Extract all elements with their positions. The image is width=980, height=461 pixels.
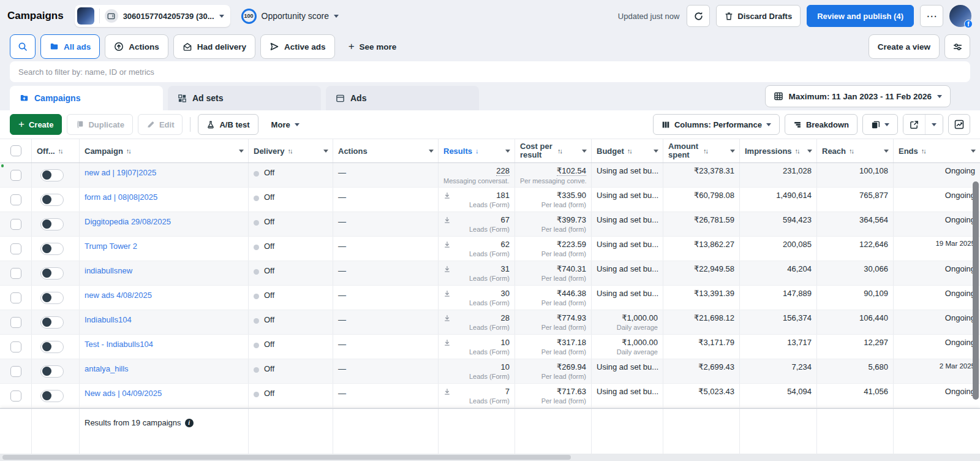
row-checkbox[interactable] — [10, 243, 21, 254]
search-filter-button[interactable] — [10, 34, 36, 59]
campaign-off-toggle[interactable] — [40, 218, 64, 230]
campaigns-folder-icon — [20, 94, 29, 102]
reach-value: 12,297 — [864, 338, 888, 347]
column-header-actions[interactable]: Actions — [333, 139, 439, 162]
profile-avatar[interactable]: f — [949, 5, 971, 27]
column-header-ends[interactable]: Ends↑↓ — [894, 139, 980, 162]
more-menu-button[interactable]: More — [263, 114, 307, 135]
chevron-down-icon — [766, 123, 771, 126]
tab-ad-sets[interactable]: Ad sets — [168, 86, 321, 110]
column-header-delivery[interactable]: Delivery↑↓ — [249, 139, 333, 162]
download-leads-icon[interactable] — [443, 314, 451, 322]
column-header-budget[interactable]: Budget↑↓ — [592, 139, 663, 162]
cost-per-result-label: Per lead (form) — [520, 397, 586, 405]
charts-button[interactable] — [948, 114, 970, 135]
filter-had-delivery[interactable]: Had delivery — [173, 34, 255, 59]
filter-all-ads[interactable]: All ads — [40, 34, 100, 59]
campaign-off-toggle[interactable] — [40, 341, 64, 353]
date-range-selector[interactable]: Maximum: 11 Jan 2023 - 11 Feb 2026 — [765, 85, 951, 107]
campaign-off-toggle[interactable] — [40, 292, 64, 304]
campaign-off-toggle[interactable] — [40, 316, 64, 329]
row-checkbox[interactable] — [10, 366, 21, 377]
opportunity-score[interactable]: 100 Opportunity score — [241, 9, 339, 24]
export-options-button[interactable] — [925, 115, 943, 134]
results-type-label: Messaging conversat... — [443, 177, 510, 185]
campaign-name-link[interactable]: new ad | 19|07|2025 — [85, 166, 156, 177]
column-header-campaign[interactable]: Campaign↑↓ — [80, 139, 249, 162]
ad-account-selector[interactable]: 3060157704205739 (30... — [75, 5, 230, 27]
row-checkbox[interactable] — [10, 292, 21, 303]
campaign-off-toggle[interactable] — [40, 267, 64, 280]
toggle-knob — [42, 342, 51, 351]
sort-icon: ↑↓ — [288, 147, 292, 154]
duplicate-icon — [75, 120, 84, 129]
breakdown-button[interactable]: Breakdown — [785, 114, 858, 135]
row-checkbox[interactable] — [10, 341, 21, 352]
horizontal-scrollbar[interactable] — [0, 454, 980, 461]
view-settings-button[interactable] — [944, 34, 970, 59]
tab-ads[interactable]: Ads — [326, 86, 479, 110]
create-button[interactable]: + Create — [10, 114, 62, 135]
discard-drafts-button[interactable]: Discard Drafts — [716, 5, 801, 27]
campaign-name-link[interactable]: Trump Tower 2 — [85, 239, 137, 251]
campaign-name-link[interactable]: New ads | 04/09/2025 — [85, 386, 162, 398]
column-header-cost-per-result[interactable]: Cost per result↑↓ — [515, 139, 592, 162]
column-header-reach[interactable]: Reach↑↓ — [817, 139, 894, 162]
campaign-name-link[interactable]: form ad | 08|08|2025 — [85, 190, 157, 202]
search-input[interactable] — [10, 61, 970, 82]
filter-active-ads[interactable]: Active ads — [260, 34, 335, 59]
campaign-off-toggle[interactable] — [40, 194, 64, 206]
row-checkbox[interactable] — [10, 170, 21, 181]
edit-button[interactable]: Edit — [138, 114, 183, 135]
campaign-name-link[interactable]: antalya_hills — [85, 362, 129, 373]
vertical-scrollbar-thumb[interactable] — [973, 181, 979, 400]
info-icon[interactable]: i — [185, 419, 194, 427]
download-leads-icon[interactable] — [443, 192, 451, 199]
row-checkbox[interactable] — [10, 219, 21, 230]
column-header-off[interactable]: Off...↑↓ — [32, 139, 80, 162]
download-leads-icon[interactable] — [443, 216, 451, 224]
campaign-off-toggle[interactable] — [40, 243, 64, 255]
column-header-results[interactable]: Results↓ — [439, 139, 515, 162]
filter-actions[interactable]: Actions — [105, 34, 168, 59]
duplicate-button[interactable]: Duplicate — [67, 114, 133, 135]
sort-icon: ↑↓ — [849, 147, 853, 154]
campaign-name-link[interactable]: Test - Indiabulls104 — [85, 337, 153, 349]
amount-spent-value: ₹13,862.27 — [694, 240, 734, 249]
refresh-button[interactable] — [687, 5, 710, 27]
campaign-off-toggle[interactable] — [40, 169, 64, 181]
campaign-off-toggle[interactable] — [40, 390, 64, 402]
select-all-checkbox[interactable] — [10, 145, 21, 156]
see-more-filters-button[interactable]: + See more — [340, 34, 405, 59]
more-options-button[interactable]: ⋯ — [920, 5, 943, 27]
budget-value: Using ad set bu... — [597, 387, 658, 396]
review-publish-button[interactable]: Review and publish (4) — [807, 5, 914, 27]
columns-button[interactable]: Columns: Performance — [653, 114, 780, 135]
reports-button[interactable] — [862, 114, 898, 135]
download-leads-icon[interactable] — [443, 388, 451, 395]
row-checkbox[interactable] — [10, 268, 21, 279]
row-checkbox[interactable] — [10, 317, 21, 328]
delivery-status-dot — [254, 196, 259, 201]
download-leads-icon[interactable] — [443, 241, 451, 248]
budget-type-label: Daily average — [597, 348, 658, 356]
column-header-amount-spent[interactable]: Amount spent↑↓ — [663, 139, 740, 162]
campaign-name-link[interactable]: Indiabulls104 — [85, 313, 132, 324]
download-leads-icon[interactable] — [443, 339, 451, 346]
create-view-button[interactable]: Create a view — [869, 34, 940, 59]
row-checkbox[interactable] — [10, 194, 21, 205]
horizontal-scrollbar-thumb[interactable] — [2, 455, 571, 460]
campaign-name-link[interactable]: new ads 4/08/2025 — [85, 288, 152, 300]
column-header-impressions[interactable]: Impressions↑↓ — [740, 139, 817, 162]
row-checkbox[interactable] — [10, 391, 21, 402]
ab-test-button[interactable]: A/B test — [198, 114, 258, 135]
tab-campaigns[interactable]: Campaigns — [10, 86, 163, 110]
chevron-down-icon — [932, 123, 937, 126]
campaign-name-link[interactable]: indiabullsnew — [85, 264, 132, 275]
results-type-label: Leads (Form) — [443, 397, 510, 405]
download-leads-icon[interactable] — [443, 265, 451, 273]
export-button[interactable] — [903, 115, 925, 134]
download-leads-icon[interactable] — [443, 290, 451, 297]
campaign-name-link[interactable]: Diggitopedia 29/08/2025 — [85, 215, 171, 226]
campaign-off-toggle[interactable] — [40, 365, 64, 378]
